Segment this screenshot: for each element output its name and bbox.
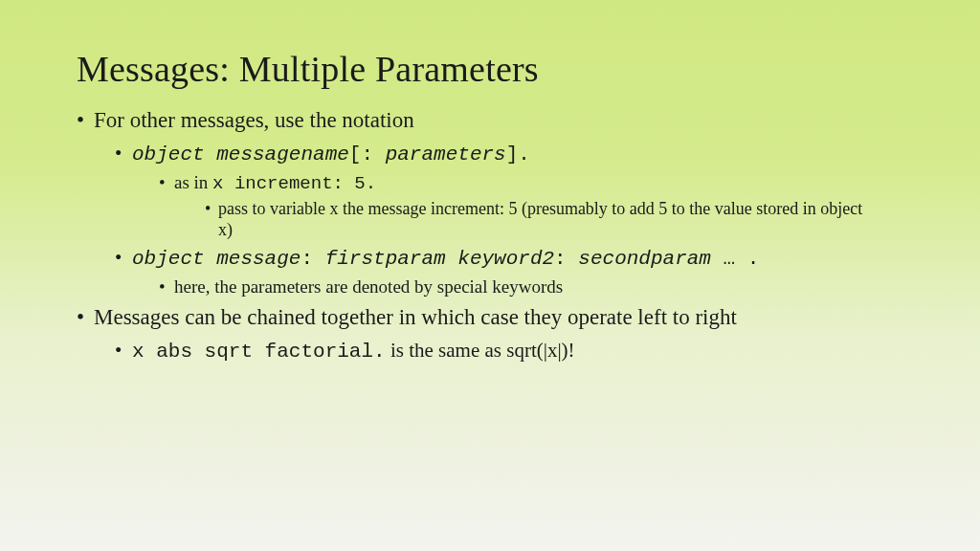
slide-title: Messages: Multiple Parameters	[77, 48, 913, 90]
bullet-1-1-1-1: pass to variable x the message increment…	[205, 198, 869, 241]
code-text: parameters	[373, 143, 506, 165]
code-text: object message	[132, 248, 301, 270]
code-text: :	[554, 248, 578, 270]
bullet-1: For other messages, use the notation obj…	[77, 107, 913, 298]
code-text: object messagename	[132, 143, 349, 165]
bullet-2: Messages can be chained together in whic…	[77, 304, 913, 364]
bullet-1-text: For other messages, use the notation	[94, 108, 414, 132]
code-text: … .	[724, 248, 760, 270]
slide: Messages: Multiple Parameters For other …	[0, 0, 980, 551]
code-text: :	[301, 248, 324, 270]
code-text: x abs sqrt factorial.	[132, 341, 386, 363]
content-list: For other messages, use the notation obj…	[77, 107, 913, 364]
bullet-2-1: x abs sqrt factorial. is the same as sqr…	[115, 338, 913, 364]
code-text: firstparam keyword2	[325, 248, 554, 270]
bullet-1-1-1: as in x increment: 5. pass to variable x…	[159, 171, 913, 241]
bullet-1-2: object message: firstparam keyword2: sec…	[115, 245, 913, 298]
code-text: secondparam	[578, 248, 723, 270]
code-text: ].	[506, 143, 530, 165]
bullet-1-1: object messagename[: parameters]. as in …	[115, 141, 913, 241]
bullet-1-2-1: here, the parameters are denoted by spec…	[159, 276, 913, 298]
code-text: [:	[349, 143, 373, 165]
bullet-2-text: Messages can be chained together in whic…	[94, 305, 737, 329]
code-text: x increment: 5.	[212, 173, 376, 194]
text: as in	[174, 172, 212, 192]
text: is the same as sqrt(|x|)!	[386, 339, 575, 362]
